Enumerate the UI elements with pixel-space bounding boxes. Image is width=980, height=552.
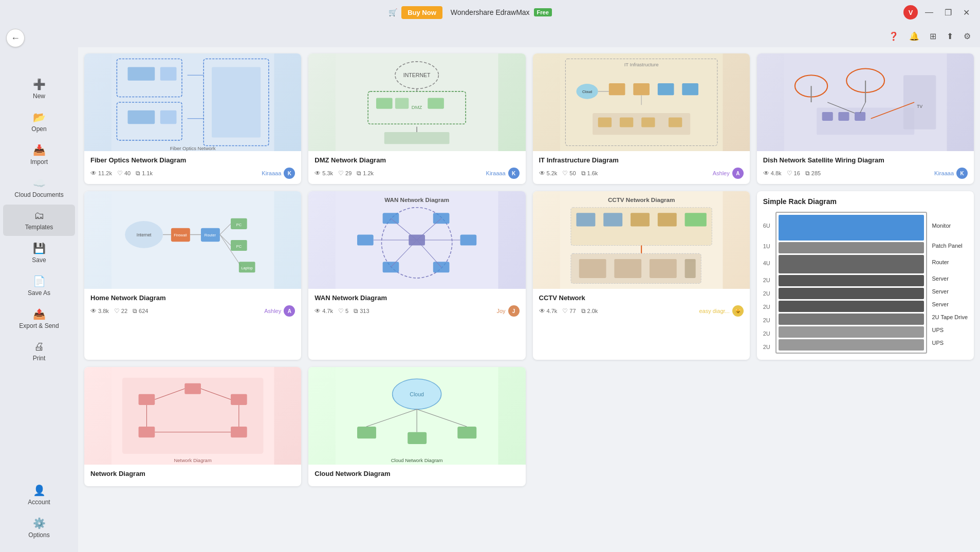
template-card-cctv-network[interactable]: CCTV Network Diagram Data Monitor CCTV N… bbox=[533, 191, 750, 360]
close-button[interactable]: ✕ bbox=[959, 6, 974, 20]
svg-text:Cloud: Cloud bbox=[582, 89, 591, 94]
likes-stat: ♡ 16 bbox=[787, 170, 800, 177]
likes-icon: ♡ bbox=[117, 170, 123, 177]
save-icon: 💾 bbox=[33, 242, 46, 254]
minimize-button[interactable]: — bbox=[921, 6, 937, 19]
sidebar-item-save[interactable]: 💾 Save bbox=[3, 237, 75, 269]
template-card-rack[interactable]: Simple Rack Diagram 6U 1U 4U 2U 2U 2U 2U… bbox=[757, 191, 974, 360]
template-card-home-network[interactable]: Internet Firewall Router PC PC Laptop Ho… bbox=[84, 191, 301, 360]
help-button[interactable]: ❓ bbox=[885, 29, 902, 43]
card-title: Cloud Network Diagram bbox=[315, 470, 519, 477]
account-icon: 👤 bbox=[33, 484, 46, 496]
svg-rect-105 bbox=[139, 394, 155, 405]
copies-stat: ⧉ 1.1k bbox=[136, 170, 153, 177]
likes-count: 50 bbox=[569, 170, 576, 176]
svg-rect-100 bbox=[614, 259, 641, 278]
sidebar-item-options[interactable]: ⚙️ Options bbox=[3, 512, 75, 544]
copies-icon: ⧉ bbox=[357, 170, 361, 177]
user-avatar[interactable]: V bbox=[903, 5, 918, 20]
notifications-button[interactable]: 🔔 bbox=[906, 29, 922, 43]
svg-text:PC: PC bbox=[236, 223, 242, 227]
rack-label-ups-2: UPS bbox=[932, 337, 968, 348]
copies-stat: ⧉ 1.2k bbox=[357, 170, 374, 177]
settings-button[interactable]: ⚙ bbox=[960, 29, 974, 43]
template-card-misc2[interactable]: Cloud Cloud Network Diagram Cloud Networ… bbox=[308, 367, 525, 486]
sidebar-label-open: Open bbox=[31, 125, 46, 133]
copies-stat: ⧉ 313 bbox=[354, 307, 369, 315]
svg-rect-107 bbox=[231, 394, 247, 405]
svg-text:Network Diagram: Network Diagram bbox=[174, 457, 211, 463]
author-name: Kiraaaa bbox=[934, 170, 954, 176]
sidebar-item-templates[interactable]: 🗂 Templates bbox=[3, 205, 75, 236]
likes-icon: ♡ bbox=[787, 170, 792, 177]
likes-count: 29 bbox=[345, 170, 352, 176]
rack-ups-1 bbox=[779, 326, 924, 338]
sidebar-item-export[interactable]: 📤 Export & Send bbox=[3, 303, 75, 335]
sidebar-label-print: Print bbox=[33, 355, 46, 362]
sidebar-item-account[interactable]: 👤 Account bbox=[3, 479, 75, 511]
rack-ups-2 bbox=[779, 339, 924, 351]
svg-text:Cloud: Cloud bbox=[410, 391, 424, 397]
svg-rect-76 bbox=[460, 234, 477, 245]
likes-count: 16 bbox=[794, 170, 800, 176]
copies-icon: ⧉ bbox=[354, 307, 358, 315]
sidebar-item-import[interactable]: 📥 Import bbox=[3, 139, 75, 171]
author-name: easy diagr... bbox=[699, 308, 729, 314]
copies-count: 1.6k bbox=[587, 170, 598, 176]
views-icon: 👁 bbox=[539, 307, 545, 315]
views-stat: 👁 4.7k bbox=[539, 307, 558, 315]
template-card-misc1[interactable]: Network Diagram Network Diagram bbox=[84, 367, 301, 486]
card-title: CCTV Network bbox=[539, 294, 744, 302]
cloud-icon: ☁️ bbox=[33, 177, 46, 189]
title-bar-right: V — ❐ ✕ bbox=[903, 5, 974, 20]
views-icon: 👁 bbox=[539, 170, 545, 177]
card-info: Fiber Optics Network Diagram 👁 11.2k ♡ 4… bbox=[84, 151, 301, 184]
svg-text:Cloud Network Diagram: Cloud Network Diagram bbox=[391, 457, 443, 463]
template-card-it-infrastructure[interactable]: IT Infrastructure Cloud IT Infrastructur… bbox=[533, 53, 750, 184]
template-card-dmz-network[interactable]: INTERNET DMZ DMZ Network Diagram 👁 5.3k … bbox=[308, 53, 525, 184]
sidebar-item-new[interactable]: ➕ New bbox=[3, 73, 75, 105]
buy-now-button[interactable]: Buy Now bbox=[401, 6, 442, 19]
apps-button[interactable]: ⊞ bbox=[927, 29, 939, 43]
sidebar-item-cloud[interactable]: ☁️ Cloud Documents bbox=[3, 172, 75, 204]
author-avatar: K bbox=[956, 168, 968, 179]
card-meta: 👁 5.2k ♡ 50 ⧉ 1.6k Ashley A bbox=[539, 168, 744, 179]
svg-text:INTERNET: INTERNET bbox=[403, 72, 431, 78]
card-title: Dish Network Satellite Wiring Diagram bbox=[763, 156, 968, 164]
card-title: Network Diagram bbox=[90, 470, 295, 477]
card-info: DMZ Network Diagram 👁 5.3k ♡ 29 ⧉ 1.2k K… bbox=[308, 151, 525, 184]
card-thumbnail: Internet Firewall Router PC PC Laptop bbox=[84, 191, 301, 289]
sidebar-label-export: Export & Send bbox=[19, 322, 59, 329]
sidebar-item-saveas[interactable]: 📄 Save As bbox=[3, 270, 75, 302]
svg-rect-75 bbox=[357, 234, 374, 245]
author-name: Ashley bbox=[713, 170, 730, 176]
share-button[interactable]: ⬆ bbox=[944, 29, 956, 43]
open-icon: 📂 bbox=[33, 111, 46, 123]
card-info: CCTV Network 👁 4.7k ♡ 77 ⧉ 2.0k easy dia… bbox=[533, 289, 750, 322]
svg-rect-45 bbox=[822, 112, 833, 121]
card-title: Home Network Diagram bbox=[90, 294, 295, 302]
copies-stat: ⧉ 1.6k bbox=[581, 170, 598, 177]
template-card-wan-network[interactable]: WAN Network Diagram WAN Network Diagram … bbox=[308, 191, 525, 360]
rack-label-server-2: Server bbox=[932, 286, 968, 297]
views-icon: 👁 bbox=[315, 170, 321, 177]
views-stat: 👁 5.2k bbox=[539, 170, 558, 177]
sidebar-item-open[interactable]: 📂 Open bbox=[3, 106, 75, 138]
rack-title: Simple Rack Diagram bbox=[757, 191, 974, 212]
template-card-dish-network[interactable]: TV Dish Network Satellite Wiring Diagram… bbox=[757, 53, 974, 184]
restore-button[interactable]: ❐ bbox=[940, 6, 956, 20]
copies-count: 285 bbox=[811, 170, 821, 176]
svg-rect-93 bbox=[657, 213, 676, 226]
svg-rect-35 bbox=[598, 118, 611, 127]
svg-rect-108 bbox=[139, 427, 155, 437]
template-card-fiber-optics[interactable]: Fiber Optics Network Fiber Optics Networ… bbox=[84, 53, 301, 184]
copies-count: 624 bbox=[139, 308, 148, 314]
svg-text:TV: TV bbox=[917, 104, 922, 109]
sidebar-item-print[interactable]: 🖨 Print bbox=[3, 336, 75, 367]
rack-server-2 bbox=[779, 288, 924, 299]
card-info: Network Diagram bbox=[84, 465, 301, 486]
svg-rect-46 bbox=[838, 112, 849, 121]
rack-patch-panel bbox=[779, 242, 924, 253]
import-icon: 📥 bbox=[33, 144, 46, 156]
svg-rect-4 bbox=[127, 67, 155, 80]
